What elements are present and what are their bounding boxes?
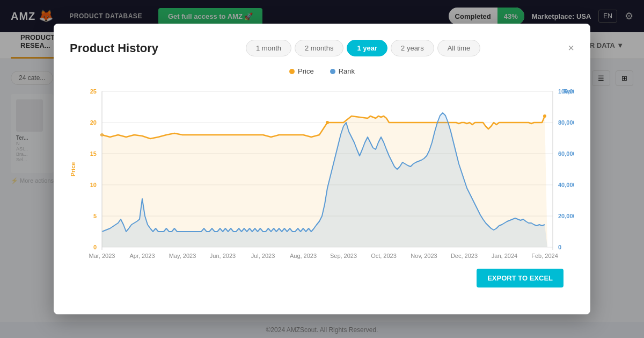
svg-text:20: 20 <box>90 119 97 126</box>
modal-header: Product History 1 month 2 months 1 year … <box>70 40 574 56</box>
tab-alltime[interactable]: All time <box>437 40 481 56</box>
chart-container: .grid-line { stroke: #e8e8e8; stroke-wid… <box>70 81 574 274</box>
svg-text:Price: Price <box>70 162 76 177</box>
chart-svg: .grid-line { stroke: #e8e8e8; stroke-wid… <box>70 81 574 274</box>
svg-text:Jun, 2023: Jun, 2023 <box>210 253 236 259</box>
svg-point-34 <box>326 121 329 124</box>
legend-rank: Rank <box>330 67 355 75</box>
svg-text:Jan, 2024: Jan, 2024 <box>492 253 517 259</box>
rank-dot <box>330 69 335 74</box>
svg-text:Rank: Rank <box>564 88 574 95</box>
svg-text:Aug, 2023: Aug, 2023 <box>290 253 317 259</box>
svg-text:10: 10 <box>90 182 97 188</box>
price-dot <box>289 69 295 74</box>
svg-text:Jul, 2023: Jul, 2023 <box>251 253 275 259</box>
svg-text:20,000: 20,000 <box>558 213 574 219</box>
svg-text:Dec, 2023: Dec, 2023 <box>451 253 478 259</box>
svg-text:0: 0 <box>558 244 561 250</box>
modal-title: Product History <box>70 41 158 55</box>
svg-text:80,000: 80,000 <box>558 119 574 126</box>
svg-text:25: 25 <box>90 88 97 95</box>
modal-overlay: Product History 1 month 2 months 1 year … <box>0 0 644 338</box>
svg-text:Apr, 2023: Apr, 2023 <box>129 253 155 259</box>
svg-text:5: 5 <box>93 213 97 219</box>
export-to-excel-button[interactable]: EXPORT TO EXCEL <box>477 269 564 287</box>
tab-1month[interactable]: 1 month <box>246 40 291 56</box>
svg-text:60,000: 60,000 <box>558 150 574 157</box>
svg-text:15: 15 <box>90 150 97 157</box>
chart-legend: Price Rank <box>70 67 574 75</box>
modal-close-button[interactable]: × <box>568 42 574 54</box>
svg-text:Feb, 2024: Feb, 2024 <box>531 253 558 259</box>
svg-text:Nov, 2023: Nov, 2023 <box>411 253 437 259</box>
svg-text:May, 2023: May, 2023 <box>169 253 196 259</box>
tab-1year[interactable]: 1 year <box>347 40 387 56</box>
svg-text:0: 0 <box>93 244 97 250</box>
svg-text:Sep, 2023: Sep, 2023 <box>330 253 357 259</box>
svg-text:40,000: 40,000 <box>558 182 574 188</box>
svg-point-35 <box>543 114 546 118</box>
tab-2months[interactable]: 2 months <box>295 40 343 56</box>
tab-2years[interactable]: 2 years <box>391 40 434 56</box>
time-tabs: 1 month 2 months 1 year 2 years All time <box>246 40 480 56</box>
svg-text:Oct, 2023: Oct, 2023 <box>371 253 397 259</box>
legend-price: Price <box>289 67 314 75</box>
svg-text:Mar, 2023: Mar, 2023 <box>89 253 115 259</box>
product-history-modal: Product History 1 month 2 months 1 year … <box>54 24 590 314</box>
